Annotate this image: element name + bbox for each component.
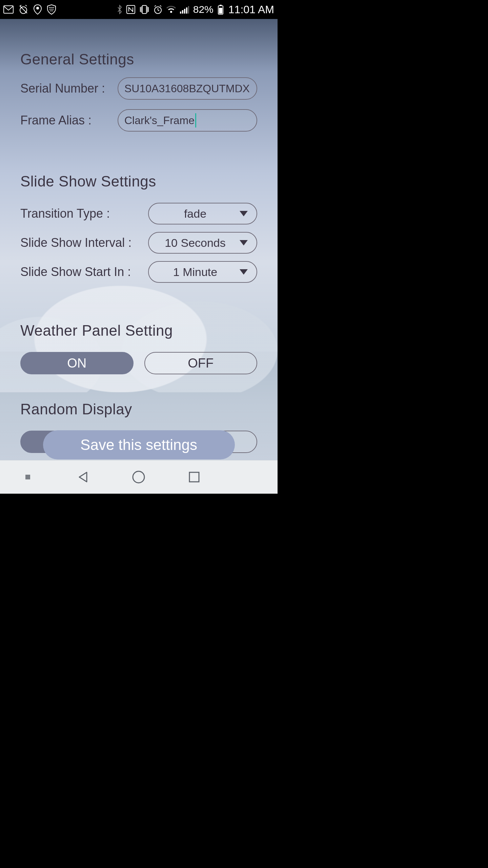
frame-alias-row: Frame Alias : Clark's_Frame <box>20 109 257 132</box>
status-bar: 82% 11:01 AM <box>0 0 278 19</box>
back-icon[interactable] <box>74 468 93 487</box>
shield-icon <box>47 4 56 15</box>
startin-row: Slide Show Start In : 1 Minute <box>20 261 257 283</box>
weather-panel-title: Weather Panel Setting <box>20 322 257 339</box>
alarm-off-icon <box>18 4 28 15</box>
location-icon <box>33 4 42 15</box>
transition-label: Transition Type : <box>20 206 110 221</box>
svg-rect-20 <box>184 9 185 14</box>
save-settings-button[interactable]: Save this settings <box>43 430 235 459</box>
mail-icon <box>3 5 14 14</box>
svg-rect-27 <box>189 472 199 482</box>
save-settings-label: Save this settings <box>80 436 197 453</box>
clock-time: 11:01 AM <box>227 3 274 16</box>
status-right: 82% 11:01 AM <box>117 3 274 16</box>
svg-line-14 <box>158 10 159 11</box>
app-screen: General Settings Serial Number : SU10A31… <box>0 19 278 460</box>
status-left <box>3 4 56 15</box>
interval-select[interactable]: 10 Seconds <box>148 232 257 254</box>
chevron-down-icon <box>240 269 248 275</box>
interval-row: Slide Show Interval : 10 Seconds <box>20 232 257 254</box>
nfc-icon <box>126 5 136 14</box>
weather-on-label: ON <box>67 356 86 371</box>
svg-line-16 <box>160 5 161 6</box>
transition-row: Transition Type : fade <box>20 203 257 224</box>
svg-rect-0 <box>4 6 13 13</box>
svg-line-4 <box>25 5 27 6</box>
bluetooth-icon <box>117 4 123 15</box>
nav-notch-icon[interactable] <box>18 468 37 487</box>
text-caret-icon <box>195 113 196 127</box>
weather-off-button[interactable]: OFF <box>144 352 258 374</box>
slideshow-settings-title: Slide Show Settings <box>20 173 257 190</box>
serial-number-label: Serial Number : <box>20 81 105 96</box>
frame-alias-input[interactable]: Clark's_Frame <box>118 109 257 132</box>
general-settings-section: General Settings Serial Number : SU10A31… <box>20 51 257 132</box>
svg-line-3 <box>20 5 21 6</box>
svg-line-15 <box>155 5 156 6</box>
chevron-down-icon <box>240 211 248 216</box>
svg-point-5 <box>36 7 39 9</box>
transition-select[interactable]: fade <box>148 203 257 224</box>
startin-select[interactable]: 1 Minute <box>148 261 257 283</box>
serial-number-input[interactable]: SU10A31608BZQUTMDX <box>118 77 257 100</box>
startin-label: Slide Show Start In : <box>20 265 131 279</box>
battery-icon <box>218 4 224 15</box>
serial-number-value: SU10A31608BZQUTMDX <box>124 82 250 95</box>
transition-value: fade <box>184 207 206 220</box>
weather-panel-section: Weather Panel Setting ON OFF <box>20 322 257 374</box>
frame-alias-value: Clark's_Frame <box>124 114 195 127</box>
alarm-icon <box>153 5 163 14</box>
svg-point-1 <box>20 7 27 14</box>
weather-toggle-row: ON OFF <box>20 352 257 374</box>
svg-point-17 <box>170 11 172 13</box>
serial-number-row: Serial Number : SU10A31608BZQUTMDX <box>20 77 257 100</box>
svg-point-26 <box>133 471 144 483</box>
startin-value: 1 Minute <box>173 265 217 279</box>
random-display-title: Random Display <box>20 401 257 418</box>
svg-rect-18 <box>180 12 181 14</box>
svg-rect-7 <box>142 5 146 14</box>
android-nav-bar <box>0 460 278 494</box>
settings-content: General Settings Serial Number : SU10A31… <box>0 19 278 453</box>
chevron-down-icon <box>240 240 248 245</box>
general-settings-title: General Settings <box>20 51 257 68</box>
svg-rect-22 <box>188 6 189 14</box>
home-icon[interactable] <box>129 468 148 487</box>
vibrate-icon <box>139 5 150 14</box>
weather-off-label: OFF <box>188 356 214 371</box>
recents-icon[interactable] <box>185 468 204 487</box>
svg-rect-24 <box>220 5 222 6</box>
interval-value: 10 Seconds <box>165 236 226 250</box>
weather-on-button[interactable]: ON <box>20 352 134 374</box>
interval-label: Slide Show Interval : <box>20 236 131 250</box>
battery-percent: 82% <box>192 4 214 15</box>
svg-rect-25 <box>219 8 222 14</box>
frame-alias-label: Frame Alias : <box>20 113 92 127</box>
wifi-icon <box>166 5 176 14</box>
svg-rect-21 <box>186 7 187 14</box>
svg-rect-19 <box>182 10 183 14</box>
slideshow-settings-section: Slide Show Settings Transition Type : fa… <box>20 173 257 283</box>
cell-signal-icon <box>180 5 189 14</box>
